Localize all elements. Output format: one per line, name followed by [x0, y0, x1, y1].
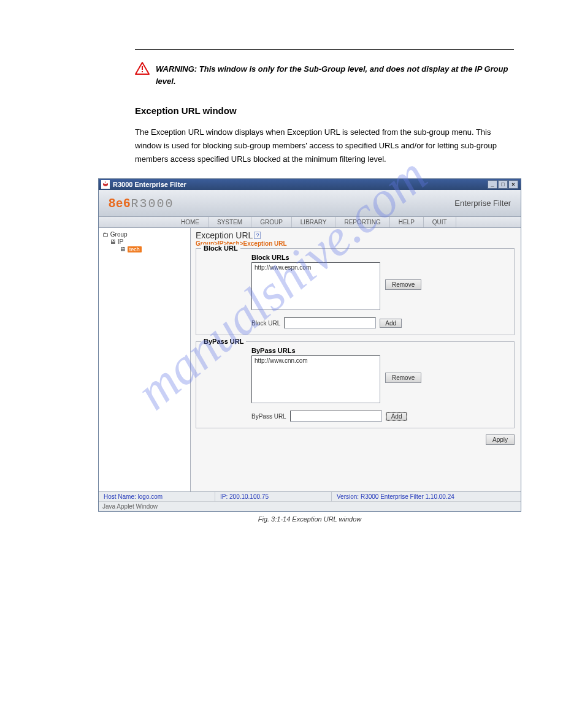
figure: R3000 Enterprise Filter _ □ × 8e6R3000 E… — [98, 178, 521, 523]
block-remove-button[interactable]: Remove — [385, 279, 421, 290]
status-host: Host Name: logo.com — [99, 492, 215, 501]
app-window: R3000 Enterprise Filter _ □ × 8e6R3000 E… — [98, 178, 521, 512]
menu-home[interactable]: HOME — [172, 217, 209, 227]
maximize-button[interactable]: □ — [498, 180, 508, 189]
app-header: 8e6R3000 Enterprise Filter — [99, 190, 521, 217]
block-url-fieldset: Block URL Block URLs http://www.espn.com… — [196, 248, 515, 335]
block-add-button[interactable]: Add — [380, 319, 402, 328]
tree-ip-label: IP — [118, 238, 123, 245]
help-icon[interactable]: ? — [254, 232, 261, 239]
block-url-input-label: Block URL — [251, 320, 280, 327]
figure-caption: Fig. 3:1-14 Exception URL window — [98, 515, 521, 523]
computer-icon: 🖥 — [120, 246, 126, 252]
warning-icon — [135, 62, 150, 75]
menu-quit[interactable]: QUIT — [424, 217, 456, 227]
menubar: HOME SYSTEM GROUP LIBRARY REPORTING HELP… — [99, 217, 521, 228]
block-url-input[interactable] — [284, 317, 376, 328]
content-title: Exception URL — [196, 230, 253, 240]
svg-rect-1 — [142, 71, 143, 72]
bypass-remove-button[interactable]: Remove — [385, 373, 421, 383]
status-ip: IP: 200.10.100.75 — [215, 492, 332, 501]
menu-system[interactable]: SYSTEM — [209, 217, 251, 227]
tree-tech[interactable]: 🖥 tech — [102, 246, 186, 252]
bypass-url-input[interactable] — [290, 411, 382, 422]
bypass-add-button[interactable]: Add — [386, 412, 408, 421]
section-heading: Exception URL window — [135, 105, 514, 116]
tree-panel: 🗀 Group 🖥 IP 🖥 tech — [99, 228, 191, 491]
horizontal-rule — [135, 49, 514, 50]
block-urls-listbox[interactable]: http://www.espn.com — [251, 262, 380, 310]
content-title-row: Exception URL? — [196, 230, 515, 240]
window-title: R3000 Enterprise Filter — [113, 181, 186, 188]
menu-group[interactable]: GROUP — [251, 217, 292, 227]
menu-library[interactable]: LIBRARY — [292, 217, 336, 227]
bypass-url-input-label: ByPass URL — [251, 413, 286, 420]
tree-root[interactable]: 🗀 Group — [102, 231, 186, 238]
bypass-url-fieldset: ByPass URL ByPass URLs http://www.cnn.co… — [196, 341, 515, 428]
list-item[interactable]: http://www.espn.com — [255, 264, 377, 271]
bypass-url-legend: ByPass URL — [201, 338, 246, 345]
breadcrumb: Group>IP>tech>Exception URL — [196, 240, 515, 247]
statusbar: Host Name: logo.com IP: 200.10.100.75 Ve… — [99, 491, 521, 501]
body-paragraph: The Exception URL window displays when E… — [135, 126, 514, 166]
logo: 8e6R3000 — [109, 196, 174, 211]
warning-block: WARNING: This window is only for the Sub… — [135, 62, 514, 87]
content-panel: Exception URL? Group>IP>tech>Exception U… — [191, 228, 521, 491]
logo-8e6: 8e6 — [109, 196, 131, 210]
list-item[interactable]: http://www.cnn.com — [255, 357, 377, 364]
minimize-button[interactable]: _ — [488, 180, 497, 189]
menu-help[interactable]: HELP — [390, 217, 424, 227]
java-cup-icon — [101, 180, 110, 189]
titlebar: R3000 Enterprise Filter _ □ × — [99, 179, 521, 190]
warning-text: WARNING: This window is only for the Sub… — [156, 62, 514, 87]
bypass-urls-label: ByPass URLs — [251, 347, 508, 354]
svg-rect-0 — [142, 66, 143, 70]
menu-reporting[interactable]: REPORTING — [335, 217, 389, 227]
java-applet-label: Java Applet Window — [99, 501, 521, 511]
bypass-urls-listbox[interactable]: http://www.cnn.com — [251, 355, 380, 403]
brand-text: Enterprise Filter — [454, 199, 511, 208]
tree-root-label: Group — [110, 231, 128, 238]
tree-ip[interactable]: 🖥 IP — [102, 238, 186, 245]
computer-icon: 🖥 — [110, 238, 116, 245]
group-folder-icon: 🗀 — [102, 231, 109, 238]
status-version: Version: R3000 Enterprise Filter 1.10.00… — [332, 492, 521, 501]
apply-button[interactable]: Apply — [486, 434, 515, 445]
close-button[interactable]: × — [508, 180, 518, 189]
tree-tech-badge: tech — [128, 246, 142, 252]
block-url-legend: Block URL — [201, 245, 240, 252]
block-urls-label: Block URLs — [251, 254, 508, 261]
logo-r3000: R3000 — [131, 197, 174, 211]
